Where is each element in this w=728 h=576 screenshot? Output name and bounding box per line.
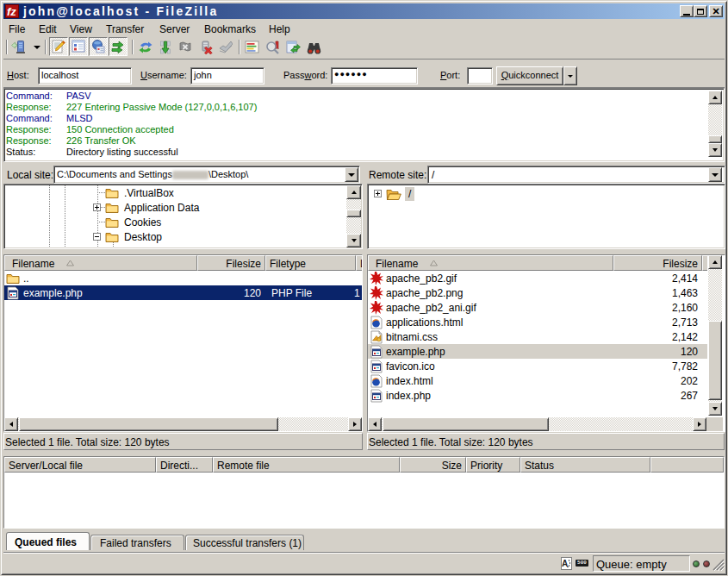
svg-text:fz: fz <box>7 5 16 17</box>
